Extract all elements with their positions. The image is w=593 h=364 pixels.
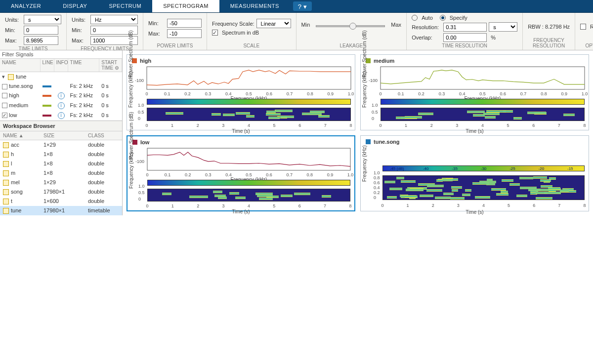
label: Overlap: (412, 35, 441, 40)
col-line[interactable]: LINE (41, 59, 54, 72)
svg-text:0.2: 0.2 (418, 91, 424, 96)
workspace-row[interactable]: m1×8double (0, 168, 122, 178)
overlap-input[interactable] (443, 33, 487, 42)
signal-parent-row[interactable]: ▾ tune (0, 72, 122, 81)
plot-title-label: low (140, 139, 149, 145)
label: Min: (148, 20, 165, 26)
leakage-slider[interactable] (316, 25, 385, 27)
time-units-select[interactable]: s (24, 15, 61, 24)
group-options: Reassign OPTIONS (575, 13, 593, 50)
label: Specify (450, 15, 467, 21)
svg-text:1.0: 1.0 (582, 91, 588, 96)
workspace-row[interactable]: l1×8double (0, 159, 122, 168)
plot-low[interactable]: low -10000.10.20.30.40.50.60.70.80.91.0F… (127, 135, 355, 211)
col-start[interactable]: START TIME ⚙ (99, 59, 122, 72)
time-max-input[interactable] (24, 36, 58, 45)
ws-col-size[interactable]: SIZE (41, 131, 85, 140)
tab-analyzer[interactable]: ANALYZER (0, 0, 52, 12)
label: Auto (422, 15, 433, 21)
ws-col-name[interactable]: NAME ▲ (0, 131, 41, 140)
group-title: FREQUENCY RESOLUTION (528, 37, 570, 50)
svg-text:0.9: 0.9 (561, 91, 567, 96)
plot-medium[interactable]: medium -10000.10.20.30.40.50.60.70.80.91… (360, 54, 589, 130)
filter-signals-header: Filter Signals (0, 50, 122, 59)
group-title: SCALE (212, 42, 291, 50)
svg-text:0.8: 0.8 (541, 91, 547, 96)
group-title: OPTIONS (580, 42, 593, 50)
info-icon[interactable]: i (58, 102, 65, 109)
label: Spectrum in dB (222, 30, 259, 36)
workspace-row[interactable]: song17980×1double (0, 187, 122, 197)
signal-row[interactable]: medium i Fs: 2 kHz0 s (0, 101, 122, 111)
col-info[interactable]: INFO (54, 59, 68, 72)
svg-text:0: 0 (379, 91, 381, 96)
label: Min: (5, 27, 22, 33)
workspace-row[interactable]: t1×600double (0, 197, 122, 206)
signal-row[interactable]: low i Fs: 2 kHz0 s (0, 111, 122, 121)
workspace-row[interactable]: tune17980×1timetable (0, 206, 122, 215)
specify-radio[interactable] (440, 15, 446, 21)
label: % (491, 35, 496, 40)
power-max-input[interactable] (167, 29, 202, 38)
auto-radio[interactable] (412, 15, 418, 21)
label: Units: (72, 17, 88, 23)
svg-text:0.8: 0.8 (307, 172, 313, 177)
tab-measurements[interactable]: MEASUREMENTS (219, 0, 290, 12)
svg-rect-14 (381, 67, 585, 89)
ribbon-tabs: ANALYZER DISPLAY SPECTRUM SPECTROGRAM ME… (0, 0, 593, 13)
col-name[interactable]: NAME (0, 59, 41, 72)
power-min-input[interactable] (167, 19, 202, 28)
line-swatch-icon (42, 85, 51, 87)
toolstrip: Units: s Min: Max: TIME LIMITS Units: Hz… (0, 13, 593, 50)
variable-icon (3, 180, 9, 186)
help-button[interactable]: ? ▾ (293, 1, 312, 11)
spectrum-db-checkbox[interactable] (212, 30, 218, 36)
label: Units: (5, 17, 22, 23)
label: Max: (72, 38, 88, 43)
time-min-input[interactable] (24, 26, 58, 35)
group-time-limits: Units: s Min: Max: TIME LIMITS (0, 13, 67, 50)
variable-icon (3, 208, 9, 214)
variable-icon (3, 189, 9, 195)
svg-text:-100: -100 (135, 78, 144, 83)
main-area: Filter Signals NAME LINE INFO TIME START… (0, 50, 593, 215)
tab-spectrogram[interactable]: SPECTROGRAM (152, 0, 219, 12)
info-icon[interactable]: i (58, 112, 65, 119)
tab-spectrum[interactable]: SPECTRUM (98, 0, 152, 12)
svg-text:0.7: 0.7 (286, 172, 293, 177)
signal-row[interactable]: high i Fs: 2 kHz0 s (0, 91, 122, 101)
label: Max: (5, 38, 22, 43)
line-swatch-icon (42, 115, 51, 117)
resolution-input[interactable] (443, 23, 487, 32)
workspace-browser-header: Workspace Browser (0, 121, 122, 131)
workspace-row[interactable]: mel1×29double (0, 178, 122, 187)
reassign-checkbox[interactable] (580, 24, 586, 30)
svg-text:0.3: 0.3 (205, 91, 212, 96)
left-pane: Filter Signals NAME LINE INFO TIME START… (0, 50, 123, 215)
ws-col-class[interactable]: CLASS (85, 131, 122, 140)
plot-title-label: tune.song (374, 139, 400, 145)
variable-icon (3, 199, 9, 204)
svg-text:0: 0 (146, 172, 148, 177)
label: Min (301, 22, 310, 28)
workspace-row[interactable]: acc1×29double (0, 140, 122, 150)
freq-units-select[interactable]: Hz (90, 15, 138, 24)
freq-scale-select[interactable]: Linear (256, 19, 291, 28)
info-icon[interactable]: i (58, 92, 65, 99)
workspace-row[interactable]: h1×8double (0, 150, 122, 159)
signal-row[interactable]: tune.song Fs: 2 kHz0 s (0, 81, 122, 91)
plot-tune-song[interactable]: tune.song 00.20.40.60.81.0012345678Time … (360, 135, 589, 211)
signals-table: NAME LINE INFO TIME START TIME ⚙ ▾ tune … (0, 59, 122, 121)
svg-text:0.8: 0.8 (307, 91, 313, 96)
svg-text:0.1: 0.1 (398, 91, 404, 96)
plot-high[interactable]: high -10000.10.20.30.40.50.60.70.80.91.0… (127, 54, 355, 130)
variable-icon (3, 161, 9, 167)
col-time[interactable]: TIME (68, 59, 100, 72)
group-scale: Frequency Scale: Linear Spectrum in dB S… (207, 13, 296, 50)
svg-text:0: 0 (145, 91, 148, 96)
variable-icon (3, 142, 9, 148)
resolution-unit-select[interactable]: s (489, 22, 517, 32)
svg-text:1.0: 1.0 (348, 91, 354, 96)
tab-display[interactable]: DISPLAY (52, 0, 98, 12)
svg-text:0.7: 0.7 (287, 91, 293, 96)
